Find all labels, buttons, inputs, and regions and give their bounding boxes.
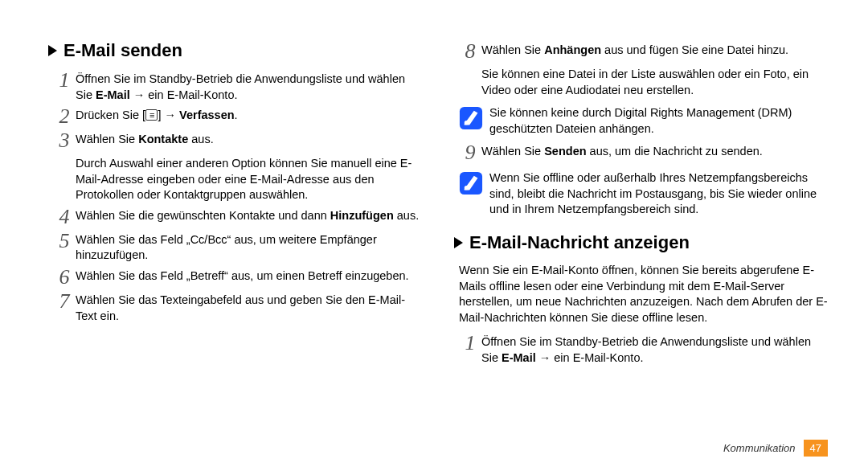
step-4: 4 Wählen Sie die gewünschten Kontakte un… <box>53 208 422 227</box>
bold-kontakte: Kontakte <box>138 133 188 145</box>
step-number: 1 <box>53 70 76 91</box>
step-number: 4 <box>53 207 76 227</box>
step-text: Öffnen Sie im Standby-Betrieb die Anwend… <box>481 334 828 366</box>
text-span: → ein E-Mail-Konto. <box>130 88 238 101</box>
step-text: Wählen Sie das Feld „Cc/Bcc“ aus, um wei… <box>76 232 422 264</box>
step-5: 5 Wählen Sie das Feld „Cc/Bcc“ aus, um w… <box>53 232 422 264</box>
text-span: . <box>235 109 238 121</box>
step-3-sub: Durch Auswahl einer anderen Option könne… <box>76 156 422 203</box>
step-text: Drücken Sie [≡] → Verfassen. <box>76 108 422 124</box>
text-span: aus. <box>394 209 419 222</box>
step-8-sub: Sie können eine Datei in der Liste auswä… <box>481 67 828 98</box>
step-number: 7 <box>53 291 76 312</box>
heading-email-senden: E-Mail senden <box>48 40 422 61</box>
text-span: ] → <box>158 109 179 121</box>
note-text: Wenn Sie offline oder außerhalb Ihres Ne… <box>489 170 828 218</box>
step-number: 1 <box>459 333 481 354</box>
page-content: E-Mail senden 1 Öffnen Sie im Standby-Be… <box>0 0 868 471</box>
page-footer: Kommunikation 47 <box>723 440 828 457</box>
step-number: 8 <box>459 41 481 62</box>
step-7: 7 Wählen Sie das Texteingabefeld aus und… <box>53 293 422 324</box>
svg-point-1 <box>465 121 469 125</box>
info-note-icon <box>459 106 483 130</box>
heading-email-anzeigen: E-Mail-Nachricht anzeigen <box>454 232 828 253</box>
step-number: 2 <box>53 106 76 127</box>
text-span: Wählen Sie die gewünschten Kontakte und … <box>76 209 330 222</box>
note-offline: Wenn Sie offline oder außerhalb Ihres Ne… <box>459 170 828 218</box>
footer-section-name: Kommunikation <box>723 442 796 454</box>
bold-email: E-Mail <box>96 88 130 101</box>
step-number: 3 <box>53 130 76 151</box>
bold-hinzufuegen: Hinzufügen <box>330 209 394 222</box>
step-3: 3 Wählen Sie Kontakte aus. <box>53 132 422 151</box>
menu-icon: ≡ <box>145 109 158 121</box>
view-step-1: 1 Öffnen Sie im Standby-Betrieb die Anwe… <box>459 334 828 366</box>
text-span: Wählen Sie <box>481 145 544 158</box>
note-text: Sie können keine durch Digital Rights Ma… <box>489 105 828 137</box>
text-span: aus, um die Nachricht zu senden. <box>587 145 763 158</box>
step-8: 8 Wählen Sie Anhängen aus und fügen Sie … <box>459 43 828 62</box>
bold-senden: Senden <box>544 145 586 158</box>
note-drm: Sie können keine durch Digital Rights Ma… <box>459 105 828 137</box>
step-text: Wählen Sie das Feld „Betreff“ aus, um ei… <box>76 268 422 285</box>
text-span: aus und fügen Sie eine Datei hinzu. <box>601 43 788 56</box>
step-9: 9 Wählen Sie Senden aus, um die Nachrich… <box>459 144 828 163</box>
page-number: 47 <box>804 440 828 457</box>
right-column: 8 Wählen Sie Anhängen aus und fügen Sie … <box>454 40 828 455</box>
bold-email: E-Mail <box>502 351 536 364</box>
step-6: 6 Wählen Sie das Feld „Betreff“ aus, um … <box>53 268 422 288</box>
step-text: Wählen Sie Kontakte aus. <box>76 132 422 148</box>
step-text: Wählen Sie Anhängen aus und fügen Sie ei… <box>481 43 828 59</box>
heading-text: E-Mail senden <box>63 40 182 61</box>
step-text: Öffnen Sie im Standby-Betrieb die Anwend… <box>76 72 422 103</box>
bold-verfassen: Verfassen <box>179 109 235 121</box>
step-number: 5 <box>53 231 76 252</box>
step-2: 2 Drücken Sie [≡] → Verfassen. <box>53 108 422 127</box>
left-column: E-Mail senden 1 Öffnen Sie im Standby-Be… <box>48 40 422 455</box>
step-number: 6 <box>53 267 76 288</box>
text-span: aus. <box>188 133 213 145</box>
step-1: 1 Öffnen Sie im Standby-Betrieb die Anwe… <box>53 72 422 103</box>
chevron-right-icon <box>454 237 463 248</box>
intro-paragraph: Wenn Sie ein E-Mail-Konto öffnen, können… <box>459 263 828 326</box>
svg-point-3 <box>465 186 469 190</box>
heading-text: E-Mail-Nachricht anzeigen <box>469 232 690 253</box>
info-note-icon <box>459 171 483 195</box>
step-text: Wählen Sie Senden aus, um die Nachricht … <box>481 144 828 160</box>
text-span: → ein E-Mail-Konto. <box>536 351 644 364</box>
text-span: Wählen Sie <box>76 133 138 145</box>
chevron-right-icon <box>48 45 57 56</box>
text-span: Wählen Sie <box>481 43 544 56</box>
step-text: Wählen Sie das Texteingabefeld aus und g… <box>76 293 422 324</box>
step-text: Wählen Sie die gewünschten Kontakte und … <box>76 208 422 224</box>
bold-anhaengen: Anhängen <box>544 43 601 56</box>
step-number: 9 <box>459 142 481 163</box>
text-span: Drücken Sie [ <box>76 109 145 121</box>
